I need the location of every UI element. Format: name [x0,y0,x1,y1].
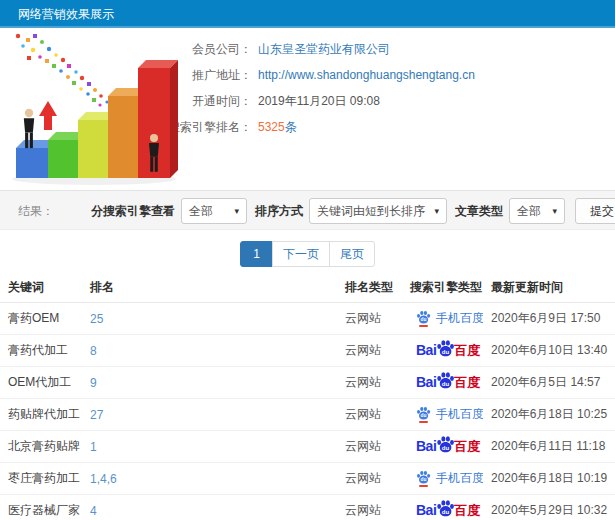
info-row-open-time: 开通时间： 2019年11月20日 09:08 [160,88,615,114]
baidu-paw-icon: du [436,371,455,389]
article-type-label: 文章类型 [455,203,503,220]
rank-type-cell: 云网站 [337,495,402,520]
update-time-cell: 2020年6月5日 14:57 [483,367,615,399]
chevron-down-icon: ▾ [552,206,557,216]
info-row-rank-count: 搜索引擎排名： 5325条 [160,114,615,140]
filter-controls: 分搜索引擎查看 全部 ▾ 排序方式 关键词由短到长排序 ▾ 文章类型 全部 ▾ … [83,191,615,231]
table-header-row: 关键词 排名 排名类型 搜索引擎类型 最新更新时间 [0,274,615,303]
rank-cell: 1,4,6 [82,463,337,495]
table-body: 膏药OEM 25 云网站 Bai du 百度 [0,303,615,520]
last-page-button[interactable]: 尾页 [329,241,375,267]
engine-cell: Bai du 百度 [402,367,483,399]
rank-link[interactable]: 9 [90,376,97,390]
baidu-paw-icon: du [436,435,455,453]
bars [16,60,178,178]
pagination: 1下一页尾页 [0,230,615,274]
baidu-paw-icon: du [436,499,455,517]
table-row: 北京膏药贴牌 1 云网站 Bai du 百度 [0,431,615,463]
engine-cell: Bai du 百度 [402,495,483,520]
rank-type-cell: 云网站 [337,463,402,495]
rank-count-unit-link[interactable]: 条 [285,120,297,134]
svg-text:du: du [421,318,427,323]
company-link[interactable]: 山东皇圣堂药业有限公司 [258,41,390,58]
rank-link[interactable]: 27 [90,408,103,422]
mobile-baidu-paw-icon: du [416,406,431,423]
engine-select-value: 全部 [189,203,213,220]
sort-select[interactable]: 关键词由短到长排序 ▾ [309,198,447,224]
baidu-logo: Bai du 百度 [416,375,480,389]
engine-select[interactable]: 全部 ▾ [181,198,247,224]
svg-text:du: du [421,414,427,419]
baidu-logo: Bai du 百度 [416,439,480,453]
article-type-select[interactable]: 全部 ▾ [509,198,565,224]
table-row: 膏药代加工 8 云网站 Bai du 百度 [0,335,615,367]
update-time-cell: 2020年5月29日 10:32 [483,495,615,520]
col-update-time: 最新更新时间 [483,274,615,303]
svg-text:du: du [442,444,450,451]
bar-chart-growth-illustration [2,30,187,188]
table-row: 药贴牌代加工 27 云网站 Bai du 百度 [0,399,615,431]
engine-cell: Bai du 百度 [402,399,483,431]
engine-cell: Bai du 百度 [402,463,483,495]
result-label: 结果： [18,191,54,231]
mobile-baidu-paw-icon: du [416,310,431,327]
info-section: 会员公司： 山东皇圣堂药业有限公司 推广地址： http://www.shand… [0,28,615,190]
rank-link[interactable]: 25 [90,312,103,326]
update-time-cell: 2020年6月11日 11:18 [483,431,615,463]
rank-cell: 4 [82,495,337,520]
svg-text:du: du [442,508,450,515]
baidu-logo: Bai du 百度 [416,503,480,517]
engine-cell: Bai du 百度 [402,303,483,335]
rank-link[interactable]: 1 [90,440,97,454]
rank-type-cell: 云网站 [337,303,402,335]
rank-type-cell: 云网站 [337,431,402,463]
chevron-down-icon: ▾ [234,206,239,216]
rank-type-cell: 云网站 [337,335,402,367]
rank-cell: 25 [82,303,337,335]
keyword-cell: 医疗器械厂家 [0,495,82,520]
next-page-button[interactable]: 下一页 [272,241,330,267]
keyword-cell: OEM代加工 [0,367,82,399]
filter-bar: 结果： 分搜索引擎查看 全部 ▾ 排序方式 关键词由短到长排序 ▾ 文章类型 全… [0,190,615,230]
results-table: 关键词 排名 排名类型 搜索引擎类型 最新更新时间 膏药OEM 25 云网站 B… [0,274,615,520]
mobile-baidu-badge: du 手机百度 [416,310,483,327]
update-time-cell: 2020年6月18日 10:25 [483,399,615,431]
keyword-cell: 北京膏药贴牌 [0,431,82,463]
info-row-company: 会员公司： 山东皇圣堂药业有限公司 [160,36,615,62]
rank-count-value: 5325条 [258,119,297,136]
info-list: 会员公司： 山东皇圣堂药业有限公司 推广地址： http://www.shand… [160,28,615,140]
page-header: 网络营销效果展示 [0,0,615,28]
sort-select-value: 关键词由短到长排序 [317,203,425,220]
promotion-url-link[interactable]: http://www.shandonghuangshengtang.cn [258,68,475,82]
rank-cell: 8 [82,335,337,367]
update-time-cell: 2020年6月18日 10:19 [483,463,615,495]
rank-cell: 1 [82,431,337,463]
page: 网络营销效果展示 [0,0,615,520]
rank-cell: 27 [82,399,337,431]
rank-link[interactable]: 4 [90,504,97,518]
col-engine-type: 搜索引擎类型 [402,274,483,303]
mobile-baidu-badge: du 手机百度 [416,406,483,423]
update-time-cell: 2020年6月9日 17:50 [483,303,615,335]
table-row: OEM代加工 9 云网站 Bai du 百度 [0,367,615,399]
rank-count-number: 5325 [258,120,285,134]
svg-text:du: du [442,380,450,387]
page-1-button[interactable]: 1 [240,241,273,267]
submit-button[interactable]: 提交 [575,198,615,224]
rank-link[interactable]: 8 [90,344,97,358]
rank-link[interactable]: 1,4,6 [90,472,117,486]
engine-filter-label: 分搜索引擎查看 [91,203,175,220]
chevron-down-icon: ▾ [434,206,439,216]
article-type-select-value: 全部 [517,203,541,220]
table-row: 膏药OEM 25 云网站 Bai du 百度 [0,303,615,335]
page-title: 网络营销效果展示 [18,7,114,21]
col-rank: 排名 [82,274,337,303]
mobile-baidu-paw-icon: du [416,470,431,487]
up-arrow [39,101,57,130]
svg-text:du: du [421,478,427,483]
keyword-cell: 枣庄膏药加工 [0,463,82,495]
baidu-logo: Bai du 百度 [416,343,480,357]
rank-type-cell: 云网站 [337,367,402,399]
mobile-baidu-badge: du 手机百度 [416,470,483,487]
table-row: 医疗器械厂家 4 云网站 Bai du 百度 [0,495,615,520]
